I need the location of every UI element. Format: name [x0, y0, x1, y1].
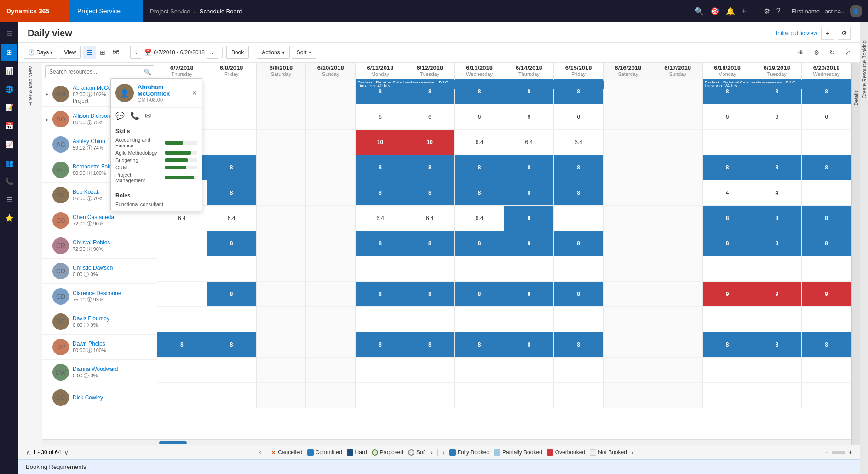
calendar-cell[interactable] [653, 231, 703, 256]
calendar-cell[interactable]: 6 [554, 104, 604, 129]
calendar-cell[interactable]: 8 [405, 155, 455, 180]
calendar-cell[interactable]: 8 [752, 155, 802, 180]
sidebar-star[interactable]: ⭐ [1, 210, 17, 226]
calendar-cell[interactable]: 8 [405, 332, 455, 357]
calendar-cell[interactable] [604, 79, 653, 104]
breadcrumb-root[interactable]: Project Service [150, 8, 190, 15]
calendar-cell[interactable] [257, 282, 306, 306]
horizontal-scrollbar[interactable] [42, 439, 851, 445]
map-view-btn[interactable]: 🗺 [109, 46, 122, 59]
calendar-cell[interactable] [306, 79, 356, 104]
calendar-cell[interactable]: 8 [554, 180, 604, 205]
calendar-cell[interactable] [802, 130, 851, 155]
calendar-cell[interactable] [504, 358, 554, 382]
resource-row[interactable]: DF Davis Flournoy 0:00 ⓘ 0% [42, 309, 157, 335]
calendar-cell[interactable] [554, 256, 604, 281]
sort-button[interactable]: Sort ▾ [292, 46, 316, 59]
calendar-cell[interactable]: 8 [157, 332, 207, 357]
toolbar-settings-btn[interactable]: ⚙ [810, 46, 823, 59]
resource-row[interactable]: DP Dawn Phelps 80:00 ⓘ 100% [42, 335, 157, 360]
sidebar-phone[interactable]: 📞 [1, 173, 17, 190]
add-view-button[interactable]: + [821, 27, 834, 40]
resource-name[interactable]: Christal Robles [73, 239, 153, 246]
calendar-cell[interactable]: 8 [207, 231, 257, 256]
calendar-cell[interactable] [306, 282, 356, 306]
calendar-cell[interactable] [504, 256, 554, 281]
booking-bar-2[interactable]: Project - Point of Sale Implementation -… [703, 80, 851, 89]
calendar-cell[interactable] [257, 104, 306, 129]
calendar-cell[interactable]: 8 [405, 282, 455, 306]
view-label-btn[interactable]: View [59, 46, 81, 59]
resource-row[interactable]: CD Clarence Desimone 75:00 ⓘ 93% [42, 284, 157, 309]
calendar-cell[interactable] [802, 383, 851, 408]
calendar-cell[interactable] [653, 79, 703, 104]
calendar-cell[interactable] [604, 130, 653, 155]
calendar-cell[interactable]: 8 [802, 206, 851, 231]
calendar-cell[interactable] [207, 130, 257, 155]
calendar-cell[interactable]: 8 [752, 206, 802, 231]
calendar-cell[interactable] [356, 358, 405, 382]
sidebar-globe[interactable]: 🌐 [1, 81, 17, 98]
calendar-cell[interactable]: 8 [504, 332, 554, 357]
calendar-cell[interactable] [306, 155, 356, 180]
calendar-cell[interactable]: 8 [207, 180, 257, 205]
calendar-cell[interactable]: 8 [554, 282, 604, 306]
calendar-cell[interactable] [257, 231, 306, 256]
sidebar-list[interactable]: ☰ [1, 191, 17, 208]
calendar-cell[interactable] [604, 307, 653, 332]
search-icon[interactable]: 🔍 [144, 69, 151, 75]
resource-search-input[interactable] [45, 65, 154, 78]
calendar-cell[interactable] [257, 206, 306, 231]
calendar-cell[interactable] [752, 358, 802, 382]
calendar-cell[interactable] [554, 358, 604, 382]
sidebar-people[interactable]: 👥 [1, 155, 17, 171]
calendar-cell[interactable] [257, 332, 306, 357]
calendar-cell[interactable] [504, 307, 554, 332]
calendar-cell[interactable]: 6 [356, 104, 405, 129]
calendar-cell[interactable]: 9 [703, 282, 753, 306]
calendar-cell[interactable]: 8 [455, 180, 505, 205]
resource-row[interactable]: CD Christie Dawson 0:00 ⓘ 0% [42, 259, 157, 284]
calendar-cell[interactable]: 8 [405, 231, 455, 256]
expand-pagination-btn[interactable]: ∧ [26, 449, 30, 456]
resource-name[interactable]: Clarence Desimone [73, 290, 153, 296]
calendar-cell[interactable] [703, 256, 753, 281]
calendar-cell[interactable]: 8 [752, 332, 802, 357]
calendar-cell[interactable] [306, 307, 356, 332]
calendar-cell[interactable]: 8 [504, 155, 554, 180]
calendar-cell[interactable]: 9 [752, 282, 802, 306]
calendar-cell[interactable] [306, 180, 356, 205]
calendar-cell[interactable]: 6.4 [504, 130, 554, 155]
popup-close-btn[interactable]: ✕ [192, 89, 197, 97]
calendar-cell[interactable] [405, 256, 455, 281]
zoom-in-btn[interactable]: + [848, 448, 852, 457]
chat-icon[interactable]: 💬 [115, 111, 125, 120]
calendar-cell[interactable] [653, 206, 703, 231]
phone-icon[interactable]: 📞 [130, 111, 139, 120]
calendar-cell[interactable] [356, 307, 405, 332]
calendar-cell[interactable]: 6.4 [455, 206, 505, 231]
calendar-cell[interactable]: 9 [802, 282, 851, 306]
calendar-cell[interactable] [604, 104, 653, 129]
calendar-cell[interactable] [604, 282, 653, 306]
calendar-cell[interactable] [207, 383, 257, 408]
calendar-cell[interactable] [455, 256, 505, 281]
calendar-cell[interactable] [604, 358, 653, 382]
eye-icon-btn[interactable]: 👁 [794, 46, 807, 59]
calendar-cell[interactable] [257, 155, 306, 180]
dynamics365-brand[interactable]: Dynamics 365 [0, 0, 69, 22]
calendar-cell[interactable]: 8 [455, 282, 505, 306]
calendar-cell[interactable]: 8 [504, 282, 554, 306]
help-icon[interactable]: ? [776, 7, 781, 15]
calendar-cell[interactable] [455, 307, 505, 332]
calendar-cell[interactable] [207, 358, 257, 382]
calendar-cell[interactable]: 8 [356, 155, 405, 180]
calendar-cell[interactable] [653, 358, 703, 382]
calendar-cell[interactable]: 8 [554, 332, 604, 357]
booking-bar-1[interactable]: Project - Point of Sale Implementation -… [356, 80, 604, 89]
calendar-cell[interactable]: 8 [504, 180, 554, 205]
calendar-cell[interactable] [703, 130, 753, 155]
fullscreen-btn[interactable]: ⤢ [841, 46, 854, 59]
resource-row[interactable]: DC Dick Cowley [42, 385, 157, 410]
calendar-cell[interactable] [802, 256, 851, 281]
